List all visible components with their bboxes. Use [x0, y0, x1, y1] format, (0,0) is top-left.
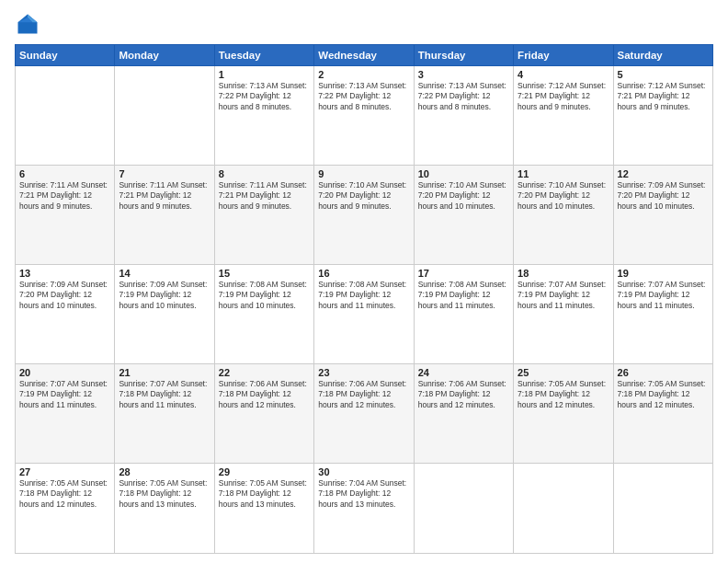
day-number: 27: [19, 466, 110, 477]
day-number: 3: [418, 69, 509, 80]
calendar-cell: [115, 66, 214, 166]
calendar-cell: [514, 463, 613, 553]
calendar-cell: 6Sunrise: 7:11 AM Sunset: 7:21 PM Daylig…: [16, 165, 115, 264]
day-number: 10: [418, 168, 509, 179]
calendar-table: SundayMondayTuesdayWednesdayThursdayFrid…: [15, 44, 713, 554]
day-info: Sunrise: 7:10 AM Sunset: 7:20 PM Dayligh…: [418, 180, 509, 212]
day-number: 4: [518, 69, 609, 80]
day-info: Sunrise: 7:05 AM Sunset: 7:18 PM Dayligh…: [518, 379, 609, 410]
day-number: 25: [518, 367, 609, 378]
calendar-cell: 7Sunrise: 7:11 AM Sunset: 7:21 PM Daylig…: [115, 165, 214, 264]
day-number: 16: [318, 268, 409, 279]
weekday-header-sunday: Sunday: [16, 45, 115, 66]
calendar-cell: 16Sunrise: 7:08 AM Sunset: 7:19 PM Dayli…: [314, 264, 414, 363]
weekday-header-saturday: Saturday: [613, 45, 712, 66]
day-info: Sunrise: 7:05 AM Sunset: 7:18 PM Dayligh…: [119, 478, 210, 510]
day-info: Sunrise: 7:08 AM Sunset: 7:19 PM Dayligh…: [219, 280, 310, 311]
day-info: Sunrise: 7:08 AM Sunset: 7:19 PM Dayligh…: [418, 280, 509, 311]
day-number: 26: [618, 367, 709, 378]
day-number: 24: [418, 367, 509, 378]
calendar-cell: 12Sunrise: 7:09 AM Sunset: 7:20 PM Dayli…: [613, 165, 712, 264]
calendar-cell: 2Sunrise: 7:13 AM Sunset: 7:22 PM Daylig…: [314, 66, 414, 166]
weekday-header-friday: Friday: [514, 45, 613, 66]
day-info: Sunrise: 7:05 AM Sunset: 7:18 PM Dayligh…: [219, 478, 310, 510]
day-number: 8: [219, 168, 310, 179]
calendar-cell: 29Sunrise: 7:05 AM Sunset: 7:18 PM Dayli…: [214, 463, 313, 553]
day-number: 18: [518, 268, 609, 279]
header: [15, 11, 713, 37]
logo: [15, 11, 44, 37]
day-info: Sunrise: 7:12 AM Sunset: 7:21 PM Dayligh…: [618, 81, 709, 112]
day-number: 7: [119, 168, 210, 179]
day-info: Sunrise: 7:11 AM Sunset: 7:21 PM Dayligh…: [219, 180, 310, 212]
day-number: 13: [19, 268, 110, 279]
day-number: 2: [318, 69, 409, 80]
calendar-cell: 21Sunrise: 7:07 AM Sunset: 7:18 PM Dayli…: [115, 363, 214, 463]
weekday-header-row: SundayMondayTuesdayWednesdayThursdayFrid…: [16, 45, 713, 66]
calendar-cell: 19Sunrise: 7:07 AM Sunset: 7:19 PM Dayli…: [613, 264, 712, 363]
calendar-cell: 1Sunrise: 7:13 AM Sunset: 7:22 PM Daylig…: [214, 66, 313, 166]
day-info: Sunrise: 7:07 AM Sunset: 7:19 PM Dayligh…: [518, 280, 609, 311]
day-number: 30: [318, 466, 409, 477]
calendar-cell: 18Sunrise: 7:07 AM Sunset: 7:19 PM Dayli…: [514, 264, 613, 363]
calendar-row-0: 1Sunrise: 7:13 AM Sunset: 7:22 PM Daylig…: [16, 66, 713, 166]
calendar-cell: 23Sunrise: 7:06 AM Sunset: 7:18 PM Dayli…: [314, 363, 414, 463]
calendar-cell: 13Sunrise: 7:09 AM Sunset: 7:20 PM Dayli…: [16, 264, 115, 363]
calendar-cell: [613, 463, 712, 553]
calendar-cell: 10Sunrise: 7:10 AM Sunset: 7:20 PM Dayli…: [414, 165, 513, 264]
calendar-cell: 14Sunrise: 7:09 AM Sunset: 7:19 PM Dayli…: [115, 264, 214, 363]
day-number: 23: [318, 367, 409, 378]
calendar-cell: 4Sunrise: 7:12 AM Sunset: 7:21 PM Daylig…: [514, 66, 613, 166]
calendar-cell: 8Sunrise: 7:11 AM Sunset: 7:21 PM Daylig…: [214, 165, 313, 264]
day-info: Sunrise: 7:06 AM Sunset: 7:18 PM Dayligh…: [318, 379, 409, 410]
calendar-cell: 25Sunrise: 7:05 AM Sunset: 7:18 PM Dayli…: [514, 363, 613, 463]
day-number: 21: [119, 367, 210, 378]
calendar-cell: 5Sunrise: 7:12 AM Sunset: 7:21 PM Daylig…: [613, 66, 712, 166]
day-info: Sunrise: 7:09 AM Sunset: 7:20 PM Dayligh…: [19, 280, 110, 311]
day-info: Sunrise: 7:09 AM Sunset: 7:19 PM Dayligh…: [119, 280, 210, 311]
day-info: Sunrise: 7:09 AM Sunset: 7:20 PM Dayligh…: [618, 180, 709, 212]
day-info: Sunrise: 7:05 AM Sunset: 7:18 PM Dayligh…: [618, 379, 709, 410]
day-info: Sunrise: 7:13 AM Sunset: 7:22 PM Dayligh…: [318, 81, 409, 112]
day-info: Sunrise: 7:11 AM Sunset: 7:21 PM Dayligh…: [19, 180, 110, 212]
weekday-header-tuesday: Tuesday: [214, 45, 313, 66]
day-info: Sunrise: 7:05 AM Sunset: 7:18 PM Dayligh…: [19, 478, 110, 510]
calendar-cell: 28Sunrise: 7:05 AM Sunset: 7:18 PM Dayli…: [115, 463, 214, 553]
calendar-body: 1Sunrise: 7:13 AM Sunset: 7:22 PM Daylig…: [16, 66, 713, 554]
calendar-cell: [16, 66, 115, 166]
calendar-row-4: 27Sunrise: 7:05 AM Sunset: 7:18 PM Dayli…: [16, 463, 713, 553]
calendar-cell: 30Sunrise: 7:04 AM Sunset: 7:18 PM Dayli…: [314, 463, 414, 553]
day-info: Sunrise: 7:06 AM Sunset: 7:18 PM Dayligh…: [418, 379, 509, 410]
day-number: 9: [318, 168, 409, 179]
calendar-cell: 15Sunrise: 7:08 AM Sunset: 7:19 PM Dayli…: [214, 264, 313, 363]
day-info: Sunrise: 7:12 AM Sunset: 7:21 PM Dayligh…: [518, 81, 609, 112]
day-number: 28: [119, 466, 210, 477]
day-number: 17: [418, 268, 509, 279]
calendar-cell: 22Sunrise: 7:06 AM Sunset: 7:18 PM Dayli…: [214, 363, 313, 463]
weekday-header-thursday: Thursday: [414, 45, 513, 66]
weekday-header-wednesday: Wednesday: [314, 45, 414, 66]
day-info: Sunrise: 7:07 AM Sunset: 7:18 PM Dayligh…: [119, 379, 210, 410]
day-number: 1: [219, 69, 310, 80]
day-number: 29: [219, 466, 310, 477]
calendar-cell: 24Sunrise: 7:06 AM Sunset: 7:18 PM Dayli…: [414, 363, 513, 463]
day-number: 20: [19, 367, 110, 378]
calendar-cell: 9Sunrise: 7:10 AM Sunset: 7:20 PM Daylig…: [314, 165, 414, 264]
day-info: Sunrise: 7:13 AM Sunset: 7:22 PM Dayligh…: [219, 81, 310, 112]
page: SundayMondayTuesdayWednesdayThursdayFrid…: [0, 0, 728, 563]
calendar-row-1: 6Sunrise: 7:11 AM Sunset: 7:21 PM Daylig…: [16, 165, 713, 264]
day-info: Sunrise: 7:07 AM Sunset: 7:19 PM Dayligh…: [618, 280, 709, 311]
calendar-cell: [414, 463, 513, 553]
weekday-header-monday: Monday: [115, 45, 214, 66]
day-number: 15: [219, 268, 310, 279]
calendar-cell: 26Sunrise: 7:05 AM Sunset: 7:18 PM Dayli…: [613, 363, 712, 463]
calendar-row-2: 13Sunrise: 7:09 AM Sunset: 7:20 PM Dayli…: [16, 264, 713, 363]
day-info: Sunrise: 7:13 AM Sunset: 7:22 PM Dayligh…: [418, 81, 509, 112]
logo-icon: [15, 11, 40, 37]
day-info: Sunrise: 7:11 AM Sunset: 7:21 PM Dayligh…: [119, 180, 210, 212]
calendar-cell: 3Sunrise: 7:13 AM Sunset: 7:22 PM Daylig…: [414, 66, 513, 166]
calendar-cell: 20Sunrise: 7:07 AM Sunset: 7:19 PM Dayli…: [16, 363, 115, 463]
day-number: 22: [219, 367, 310, 378]
day-info: Sunrise: 7:10 AM Sunset: 7:20 PM Dayligh…: [518, 180, 609, 212]
calendar-cell: 17Sunrise: 7:08 AM Sunset: 7:19 PM Dayli…: [414, 264, 513, 363]
